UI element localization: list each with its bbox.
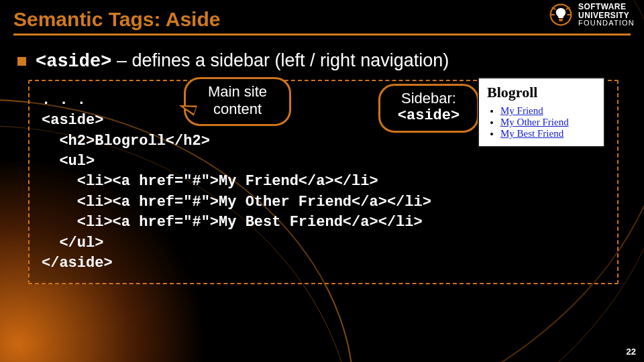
preview-heading: Blogroll [487,84,597,101]
rendered-preview: Blogroll My Friend My Other Friend My Be… [478,77,605,147]
callout-side-l2: <aside> [394,107,464,125]
slide-title: Semantic Tags: Aside [13,7,631,34]
callout-main-l1: Main site [199,83,276,101]
list-item: My Best Friend [500,128,597,139]
preview-link[interactable]: My Friend [500,105,543,116]
preview-link[interactable]: My Other Friend [500,117,569,127]
svg-rect-1 [559,19,564,20]
brand-line1: SOFTWARE [578,3,635,11]
brand-logo: SOFTWARE UNIVERSITY FOUNDATION [549,3,635,27]
page-number: 22 [627,347,636,357]
callout-main-content: Main site content [184,77,291,126]
callout-sidebar: Sidebar: <aside> [378,84,479,133]
list-item: My Friend [500,105,597,117]
title-rule [13,34,631,36]
bullet-text: defines a sidebar (left / right navigati… [131,50,449,70]
bullet-tag: <aside> [36,52,111,72]
callout-main-l2: content [199,101,276,118]
callout-side-l1: Sidebar: [394,90,464,107]
bullet-sep: – [111,50,131,70]
lightbulb-icon [549,3,573,27]
bullet-line: <aside> – defines a sidebar (left / righ… [17,50,627,72]
list-item: My Other Friend [500,117,597,128]
bullet-marker-icon [17,57,26,66]
code-example-box: Main site content Sidebar: <aside> Blogr… [28,80,619,284]
preview-list: My Friend My Other Friend My Best Friend [487,105,597,139]
preview-link[interactable]: My Best Friend [500,128,564,139]
svg-rect-2 [559,20,563,21]
brand-line3: FOUNDATION [578,19,635,27]
